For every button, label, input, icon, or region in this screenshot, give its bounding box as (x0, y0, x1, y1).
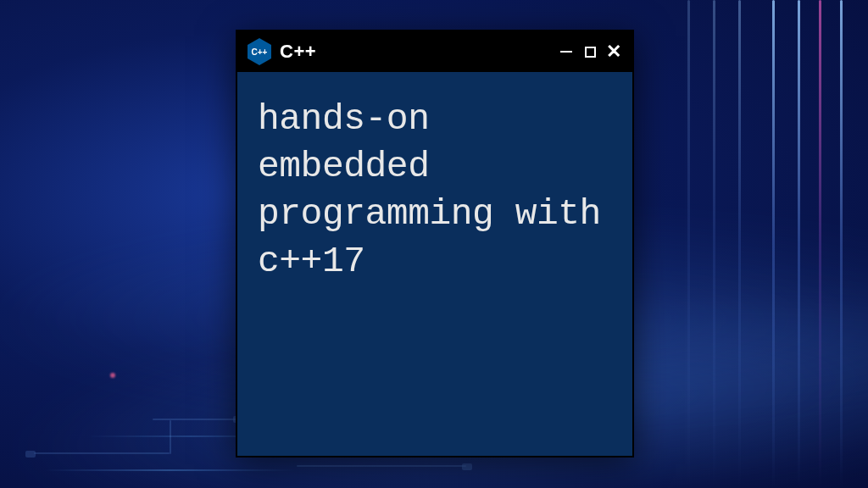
titlebar-left: C++ C++ (248, 38, 316, 65)
body-text: hands-on embedded programming with c++17 (258, 98, 601, 282)
window-title: C++ (280, 41, 316, 63)
cpp-logo-icon: C++ (248, 38, 271, 65)
maximize-button[interactable] (581, 43, 598, 60)
terminal-window: C++ C++ ✕ hands-on embedded programming … (236, 30, 634, 458)
window-titlebar[interactable]: C++ C++ ✕ (237, 31, 632, 72)
close-icon: ✕ (606, 42, 621, 61)
maximize-icon (585, 47, 596, 58)
minimize-icon (560, 51, 572, 53)
close-button[interactable]: ✕ (605, 43, 622, 60)
minimize-button[interactable] (558, 43, 575, 60)
cpp-icon-text: C++ (252, 47, 268, 57)
window-controls: ✕ (558, 43, 622, 60)
terminal-body: hands-on embedded programming with c++17 (237, 72, 632, 309)
